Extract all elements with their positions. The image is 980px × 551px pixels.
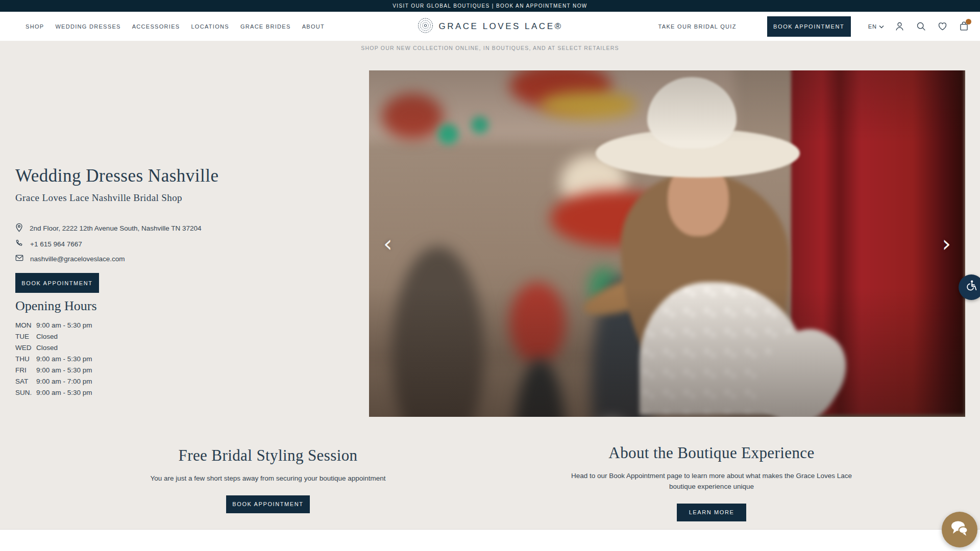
opening-hours-list: MON 9:00 am - 5:30 pm TUE Closed WED Clo…: [15, 321, 92, 396]
hours-row-thu: THU 9:00 am - 5:30 pm: [15, 355, 92, 363]
styling-book-appointment-button[interactable]: BOOK APPOINTMENT: [226, 495, 310, 513]
address-text: 2nd Floor, 2222 12th Avenue South, Nashv…: [30, 224, 202, 232]
global-announcement-banner[interactable]: VISIT OUR GLOBAL BOUTIQUES | BOOK AN APP…: [0, 0, 980, 12]
bag-badge-dot: [966, 19, 971, 24]
email-row[interactable]: nashville@graceloveslace.com: [15, 255, 202, 263]
styling-session-heading: Free Bridal Styling Session: [94, 446, 442, 465]
nav-item-about[interactable]: ABOUT: [302, 23, 325, 30]
phone-text: +1 615 964 7667: [30, 240, 82, 248]
page-body: SHOP OUR NEW COLLECTION ONLINE, IN BOUTI…: [0, 41, 980, 529]
email-icon: [15, 255, 23, 263]
boutique-photo-carousel: ‹ ›: [369, 70, 965, 417]
page-subtitle: Grace Loves Lace Nashville Bridal Shop: [15, 192, 182, 204]
styling-session-section: Free Bridal Styling Session You are just…: [94, 446, 442, 513]
main-navbar: SHOP WEDDING DRESSES ACCESSORIES LOCATIO…: [0, 12, 980, 41]
boutique-experience-section: About the Boutique Experience Head to ou…: [558, 444, 865, 521]
address-row[interactable]: 2nd Floor, 2222 12th Avenue South, Nashv…: [15, 223, 202, 234]
language-code: EN: [868, 23, 877, 30]
primary-nav: SHOP WEDDING DRESSES ACCESSORIES LOCATIO…: [26, 12, 325, 41]
boutique-experience-text: Head to our Book Appointment page to lea…: [558, 471, 865, 492]
page-title: Wedding Dresses Nashville: [15, 166, 219, 186]
nav-item-accessories[interactable]: ACCESSORIES: [132, 23, 180, 30]
street-photo: [369, 70, 965, 417]
collection-announcement: SHOP OUR NEW COLLECTION ONLINE, IN BOUTI…: [0, 45, 980, 51]
hours-row-wed: WED Closed: [15, 344, 92, 352]
opening-hours-heading: Opening Hours: [15, 298, 97, 314]
footer-strip: [0, 529, 980, 551]
chat-bubbles-icon: [949, 519, 970, 540]
bridal-quiz-link[interactable]: TAKE OUR BRIDAL QUIZ: [658, 23, 737, 30]
accessibility-wheelchair-icon: [964, 279, 978, 295]
chevron-down-icon: [879, 23, 884, 30]
accessibility-button[interactable]: [959, 274, 980, 300]
carousel-next-button[interactable]: ›: [942, 233, 951, 255]
email-text: nashville@graceloveslace.com: [30, 255, 125, 263]
hours-row-fri: FRI 9:00 am - 5:30 pm: [15, 366, 92, 374]
contact-info: 2nd Floor, 2222 12th Avenue South, Nashv…: [15, 223, 202, 263]
wishlist-heart-icon[interactable]: [936, 20, 948, 33]
logo-emblem-icon: [417, 17, 433, 36]
shopping-bag-icon[interactable]: [958, 20, 970, 33]
learn-more-button[interactable]: LEARN MORE: [677, 504, 747, 521]
language-selector[interactable]: EN: [868, 23, 884, 30]
chat-button[interactable]: [942, 512, 977, 547]
brand-logo[interactable]: GRACE LOVES LACE®: [417, 12, 562, 41]
logo-wordmark: GRACE LOVES LACE®: [438, 21, 562, 32]
styling-session-text: You are just a few short steps away from…: [94, 473, 442, 484]
search-icon[interactable]: [915, 20, 927, 33]
nav-item-wedding-dresses[interactable]: WEDDING DRESSES: [55, 23, 120, 30]
hours-row-sat: SAT 9:00 am - 7:00 pm: [15, 378, 92, 385]
nav-item-grace-brides[interactable]: GRACE BRIDES: [240, 23, 291, 30]
phone-icon: [15, 239, 23, 249]
location-book-appointment-button[interactable]: BOOK APPOINTMENT: [15, 273, 99, 293]
nav-book-appointment-button[interactable]: BOOK APPOINTMENT: [767, 16, 851, 37]
carousel-prev-button[interactable]: ‹: [383, 233, 393, 255]
hours-row-tue: TUE Closed: [15, 333, 92, 340]
boutique-experience-heading: About the Boutique Experience: [558, 444, 865, 462]
phone-row[interactable]: +1 615 964 7667: [15, 239, 202, 249]
nav-item-shop[interactable]: SHOP: [26, 23, 44, 30]
nav-item-locations[interactable]: LOCATIONS: [191, 23, 229, 30]
account-icon[interactable]: [893, 20, 905, 33]
location-pin-icon: [15, 223, 23, 234]
hours-row-mon: MON 9:00 am - 5:30 pm: [15, 321, 92, 329]
hours-row-sun: SUN. 9:00 am - 5:30 pm: [15, 389, 92, 396]
global-announcement-text: VISIT OUR GLOBAL BOUTIQUES | BOOK AN APP…: [393, 3, 587, 9]
nav-utilities: TAKE OUR BRIDAL QUIZ BOOK APPOINTMENT EN: [658, 12, 970, 41]
